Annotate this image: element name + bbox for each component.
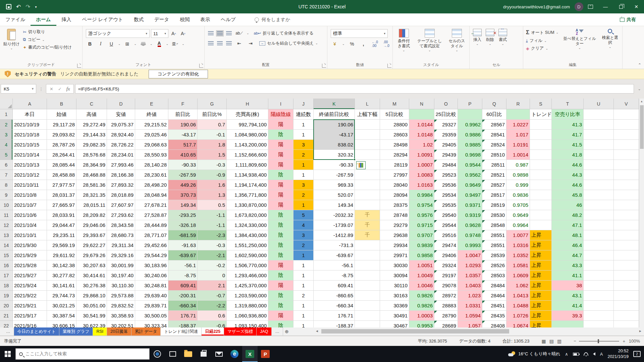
cell-P[interactable]: 0.9649	[458, 180, 482, 190]
increase-decimal-icon[interactable]: ←.0.00	[371, 40, 379, 48]
column-header-N[interactable]: N	[409, 99, 434, 109]
cell-B[interactable]: 27,977.57	[47, 180, 76, 190]
cell-I[interactable]: 陽	[268, 260, 293, 270]
cell-L[interactable]	[355, 311, 380, 321]
cell-B[interactable]: 始値	[47, 109, 76, 120]
cell-G[interactable]: 0.7	[198, 120, 227, 130]
cell-R[interactable]: 1.0488	[506, 301, 530, 311]
cell-F[interactable]: 609.41	[168, 281, 198, 291]
cell-R[interactable]: 0.9836	[506, 190, 530, 200]
cell-D[interactable]: 28,924.40	[107, 130, 135, 140]
cell-F[interactable]: 517.7	[168, 140, 198, 150]
cell-Q[interactable]: 28551	[482, 230, 506, 240]
column-header-L[interactable]: L	[355, 99, 380, 109]
cell-L[interactable]	[355, 170, 380, 180]
cell-L[interactable]	[355, 140, 380, 150]
cell-P[interactable]: 1.0403	[458, 281, 482, 291]
cell-O[interactable]: 29439	[434, 150, 458, 160]
cell-K[interactable]: 190.06	[314, 120, 355, 130]
cell-I[interactable]: 陽	[268, 190, 293, 200]
cell-Q[interactable]: 60日比	[482, 109, 506, 120]
cell-U[interactable]	[584, 140, 614, 150]
cell-V[interactable]	[614, 321, 639, 327]
cell-K[interactable]: 520.07	[314, 190, 355, 200]
cell-F[interactable]: -326.18	[168, 220, 198, 230]
cell-G[interactable]: 0	[198, 270, 227, 281]
cell-Q[interactable]: 28521	[482, 170, 506, 180]
cell-U[interactable]	[584, 190, 614, 200]
cell-L[interactable]	[355, 130, 380, 140]
cell-T[interactable]: 41.3	[552, 120, 584, 130]
cell-B[interactable]: 30,387.54	[47, 311, 76, 321]
confirm-entry-icon[interactable]: ✓	[58, 86, 62, 92]
cell-P[interactable]: 0.9885	[458, 140, 482, 150]
cell-E[interactable]: 27,528.87	[135, 210, 168, 220]
cell-T[interactable]: 48.2	[552, 210, 584, 220]
cell-Q[interactable]: 28541	[482, 130, 506, 140]
cell-M[interactable]: 29971	[380, 250, 409, 260]
sheet-tab-overflow-0[interactable]: …	[3, 327, 14, 336]
show-hidden-icons[interactable]: ∧	[565, 352, 568, 357]
format-cells-button[interactable]: ↔書式⌄	[496, 28, 509, 62]
enable-content-button[interactable]: コンテンツの有効化	[149, 70, 208, 78]
cell-K[interactable]: -90.33	[314, 160, 355, 170]
cell-K[interactable]: -639.67	[314, 250, 355, 260]
cell-A[interactable]: 2021/10/18	[13, 130, 47, 140]
powerpoint-taskbar-button[interactable]: P	[258, 346, 273, 362]
cell-V[interactable]	[614, 230, 639, 240]
cell-E[interactable]: 28,230.61	[135, 170, 168, 180]
cell-H[interactable]: 1,551,250,000	[227, 240, 268, 250]
cell-G[interactable]: -2.1	[198, 250, 227, 260]
cell-Q[interactable]: 28526	[482, 260, 506, 270]
sheet-tab-RSI[interactable]: RSI	[93, 327, 107, 336]
cell-Q[interactable]: 28510	[482, 150, 506, 160]
cell-P[interactable]: 1.023	[458, 291, 482, 301]
tab-help[interactable]: ヘルプ	[215, 13, 241, 26]
align-middle-icon[interactable]	[217, 31, 223, 36]
column-header-R[interactable]: R	[506, 99, 530, 109]
cell-P[interactable]: 1.0047	[458, 250, 482, 260]
cell-Q[interactable]: 28539	[482, 250, 506, 260]
cell-H[interactable]: 1,093,150,400	[227, 321, 268, 327]
cell-O[interactable]: 29516	[434, 230, 458, 240]
cell-S[interactable]	[530, 190, 552, 200]
cell-H[interactable]: 1,143,200,000	[227, 140, 268, 150]
cell-R[interactable]: 0.987	[506, 160, 530, 170]
find-select-button[interactable]: 検索と選択⌄	[599, 28, 621, 62]
cell-O[interactable]: 29540	[434, 210, 458, 220]
decrease-decimal-icon[interactable]: .00→.0	[382, 40, 390, 48]
column-header-D[interactable]: D	[107, 99, 135, 109]
cell-O[interactable]: 28689	[434, 321, 458, 327]
cell-Q[interactable]: 28503	[482, 270, 506, 281]
conditional-formatting-button[interactable]: 条件付き書式⌄	[394, 28, 414, 62]
cell-N[interactable]: 1.0148	[409, 130, 434, 140]
cell-A[interactable]: 2021/10/4	[13, 220, 47, 230]
cell-M[interactable]: 29279	[380, 220, 409, 230]
row-header-17[interactable]: 17	[0, 270, 13, 281]
cell-N[interactable]: 1.0144	[409, 120, 434, 130]
cell-H[interactable]: 1,111,809,600	[227, 160, 268, 170]
cell-C[interactable]: 29,144.33	[76, 130, 107, 140]
column-header-J[interactable]: J	[293, 99, 314, 109]
cell-R[interactable]: 1.0014	[506, 150, 530, 160]
cell-M[interactable]: 29934	[380, 240, 409, 250]
cell-L[interactable]: 千	[355, 230, 380, 240]
sheet-tab-累計 データ[interactable]: 累計 データ	[131, 327, 161, 336]
cell-I[interactable]: 陰	[268, 240, 293, 250]
cell-H[interactable]: 1,084,980,000	[227, 130, 268, 140]
cell-R[interactable]: 1.0726	[506, 311, 530, 321]
vertical-scrollbar[interactable]: ▲	[639, 99, 644, 327]
cell-D[interactable]: 29,329.16	[107, 250, 135, 260]
excel-taskbar-button[interactable]: X	[242, 346, 258, 362]
cell-J[interactable]: 3	[293, 230, 314, 240]
cell-E[interactable]: 29,068.63	[135, 140, 168, 150]
cell-V[interactable]	[614, 260, 639, 270]
cell-N[interactable]: 1.0003	[409, 311, 434, 321]
cell-H[interactable]: 992,794,100	[227, 120, 268, 130]
font-size-select[interactable]: 11▾	[151, 29, 168, 38]
cell-L[interactable]	[355, 321, 380, 327]
cell-O[interactable]: 28972	[434, 291, 458, 301]
cell-D[interactable]: 30,001.99	[107, 260, 135, 270]
cell-F[interactable]: -639.67	[168, 250, 198, 260]
cell-S[interactable]: 上昇	[530, 240, 552, 250]
